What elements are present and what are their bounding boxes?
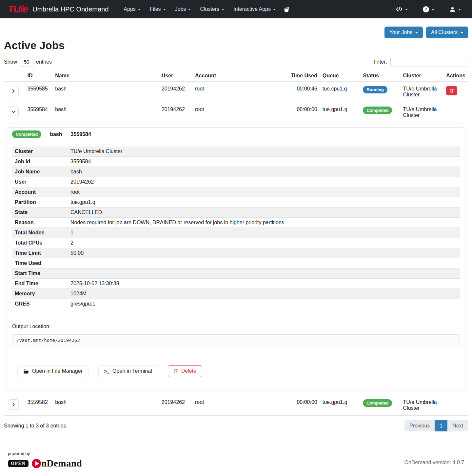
entries-input[interactable]	[20, 57, 33, 67]
nav-apps[interactable]: Apps	[120, 4, 144, 15]
job-time-used: 00:00:00	[256, 102, 320, 123]
expand-row-button[interactable]	[8, 399, 19, 410]
job-user: 20194262	[159, 82, 192, 102]
job-user: 20194262	[159, 102, 192, 123]
chevron-down-icon	[222, 9, 224, 10]
chevron-down-icon	[405, 9, 408, 10]
job-id: 3559582	[25, 395, 53, 416]
detail-field-row: Memory1024M	[12, 289, 460, 299]
col-account: Account	[192, 70, 256, 82]
job-cluster: TU/e Umbrella Cluster	[401, 395, 444, 416]
detail-field-row: Time Used	[12, 258, 460, 268]
job-queue: tue.gpu1.q	[320, 102, 361, 123]
open-file-manager-button[interactable]: Open in File Manager	[17, 365, 88, 377]
ondemand-o-icon	[32, 459, 41, 468]
col-status: Status	[360, 70, 400, 82]
detail-field-row: User20194262	[12, 177, 460, 187]
nav-interactive-apps[interactable]: Interactive Apps	[229, 4, 280, 15]
table-row: 3559585 bash 20194262 root 00:00:46 tue.…	[4, 82, 468, 102]
chevron-down-icon	[273, 9, 276, 10]
output-location-input[interactable]	[12, 334, 460, 346]
your-jobs-dropdown[interactable]: Your Jobs	[384, 27, 423, 38]
job-time-used: 00:00:00	[256, 395, 320, 416]
detail-field-row: Job Namebash	[12, 167, 460, 177]
page-footer: powered by OPEN nDemand OnDemand version…	[0, 447, 472, 476]
folder-open-icon	[23, 369, 29, 374]
open-terminal-button[interactable]: >_ Open in Terminal	[98, 365, 158, 377]
table-footer: Showing 1 to 3 of 3 entries Previous 1 N…	[4, 420, 468, 431]
detail-field-row: ClusterTU/e Umbrella Cluster	[12, 147, 460, 157]
user-menu[interactable]	[446, 4, 464, 15]
all-apps-button[interactable]	[281, 4, 293, 15]
job-name: bash	[52, 395, 159, 416]
chevron-right-icon	[11, 89, 16, 93]
tue-logo[interactable]: TU/e	[8, 4, 28, 15]
powered-by-label: powered by	[8, 451, 82, 456]
detail-field-row: Job Id3559584	[12, 157, 460, 167]
pagination-next[interactable]: Next	[447, 420, 468, 431]
navbar-right	[393, 4, 464, 15]
detail-field-row: Start Time	[12, 268, 460, 279]
delete-job-button[interactable]	[446, 86, 457, 95]
col-time-used: Time Used	[256, 70, 320, 82]
job-cluster: TU/e Umbrella Cluster	[401, 82, 444, 102]
status-badge: Completed	[363, 399, 392, 407]
trash-icon	[174, 369, 178, 373]
filter-input[interactable]	[390, 57, 468, 67]
app-title: Umbrella HPC Ondemand	[32, 6, 108, 13]
status-badge: Completed	[12, 130, 41, 138]
terminal-icon: >_	[104, 368, 109, 374]
filter-box: Filter:	[374, 57, 468, 67]
job-user: 20194262	[159, 395, 192, 416]
chevron-down-icon	[138, 9, 141, 10]
table-header-row: ID Name User Account Time Used Queue Sta…	[4, 70, 468, 82]
develop-menu[interactable]	[393, 4, 411, 14]
job-name: bash	[52, 82, 159, 102]
ondemand-branding: powered by OPEN nDemand	[8, 451, 82, 469]
windows-stack-icon	[284, 7, 290, 12]
job-queue: tue.cpu1.q	[320, 82, 361, 102]
chevron-down-icon	[415, 32, 418, 33]
col-queue: Queue	[320, 70, 361, 82]
job-queue: tue.gpu1.q	[320, 395, 361, 416]
navbar-menu: Apps Files Jobs Clusters Interactive App…	[120, 4, 393, 15]
pagination-page-1[interactable]: 1	[435, 420, 447, 431]
all-clusters-dropdown[interactable]: All Clusters	[426, 27, 468, 38]
detail-field-row: Total CPUs2	[12, 238, 460, 248]
col-name: Name	[52, 70, 159, 82]
detail-job-name: bash	[50, 131, 62, 137]
job-account: root	[192, 395, 256, 416]
output-location-label: Output Location:	[12, 324, 460, 329]
col-cluster: Cluster	[401, 70, 444, 82]
page-title: Active Jobs	[4, 39, 468, 52]
help-menu[interactable]	[420, 4, 438, 15]
nav-jobs[interactable]: Jobs	[171, 4, 195, 15]
filter-label: Filter:	[374, 59, 387, 65]
open-badge: OPEN	[8, 460, 29, 467]
detail-field-row: Partitiontue.gpu1.q	[12, 197, 460, 208]
pagination-previous[interactable]: Previous	[404, 420, 435, 431]
nav-clusters[interactable]: Clusters	[196, 4, 228, 15]
delete-job-button[interactable]: Delete	[168, 365, 202, 377]
job-detail-body: ClusterTU/e Umbrella Cluster Job Id35595…	[7, 141, 465, 390]
job-detail-table: ClusterTU/e Umbrella Cluster Job Id35595…	[12, 147, 460, 309]
job-account: root	[192, 102, 256, 123]
nav-files[interactable]: Files	[146, 4, 170, 15]
col-user: User	[159, 70, 192, 82]
detail-field-row: Accountroot	[12, 187, 460, 197]
entries-summary: Showing 1 to 3 of 3 entries	[4, 423, 66, 429]
detail-row: Completed bash 3559584 ClusterTU/e Umbre…	[4, 123, 468, 395]
code-icon	[396, 7, 403, 12]
chevron-down-icon	[461, 32, 463, 33]
job-id: 3559585	[25, 82, 53, 102]
expand-row-button[interactable]	[8, 86, 19, 96]
help-circle-icon	[423, 6, 429, 12]
collapse-row-button[interactable]	[8, 107, 19, 117]
chevron-right-icon	[11, 402, 16, 407]
status-badge: Running	[363, 86, 387, 93]
pagination: Previous 1 Next	[404, 420, 468, 431]
chevron-down-icon	[11, 109, 16, 114]
chevron-down-icon	[458, 9, 461, 10]
detail-field-row: Time Limit50:00	[12, 248, 460, 258]
ondemand-logo: nDemand	[32, 458, 82, 469]
